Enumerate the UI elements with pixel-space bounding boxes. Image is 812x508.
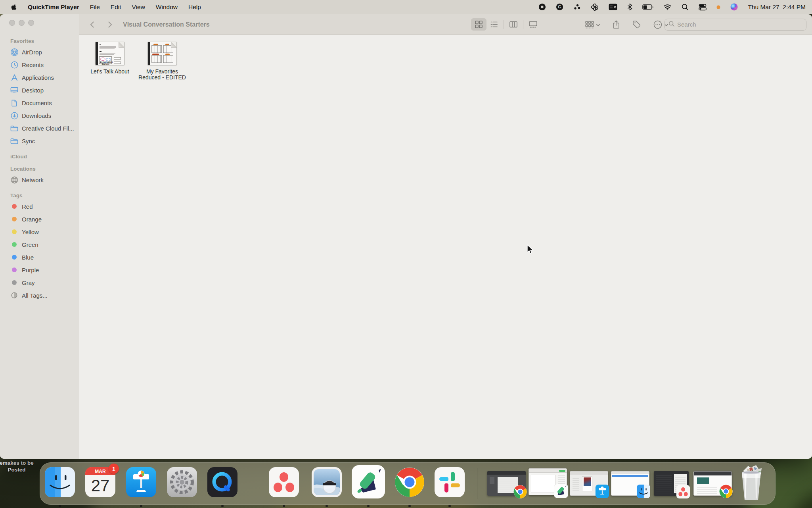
desktop-file-label[interactable]: emakes to be Posted — [0, 460, 40, 473]
list-view-button[interactable] — [486, 18, 502, 31]
battery-icon[interactable] — [642, 3, 653, 11]
notification-badge: 1 — [109, 464, 119, 474]
sidebar-item-documents[interactable]: Documents — [0, 96, 79, 109]
file-my-favorites-reduced[interactable]: My Favorites Reduced - EDITED — [137, 42, 188, 81]
desktop-file-label-line1: emakes to be — [0, 460, 40, 466]
tag-dot-icon — [10, 241, 18, 248]
column-view-button[interactable] — [506, 18, 521, 31]
icon-view-button[interactable] — [471, 18, 486, 31]
minimized-window-keynote[interactable] — [570, 471, 608, 496]
dock-chrome-icon[interactable] — [394, 466, 425, 498]
control-center-icon[interactable] — [699, 3, 707, 11]
sidebar-item-network[interactable]: Network — [0, 173, 79, 186]
bluetooth-icon[interactable] — [627, 3, 632, 11]
dock-finder-icon[interactable] — [44, 466, 76, 498]
sidebar-header-favorites: Favorites — [0, 38, 79, 44]
tag-button[interactable] — [632, 20, 641, 29]
sidebar-item-orange[interactable]: Orange — [0, 213, 79, 225]
dock-asana-icon[interactable] — [268, 466, 300, 498]
sidebar-item-recents[interactable]: Recents — [0, 58, 79, 71]
active-app-name[interactable]: QuickTime Player — [28, 4, 79, 11]
sidebar-item-all-tags[interactable]: All Tags... — [0, 289, 79, 302]
sidebar-item-label: Recents — [22, 62, 44, 68]
sidebar-item-purple[interactable]: Purple — [0, 264, 79, 276]
recording-indicator-dot[interactable] — [716, 3, 720, 11]
document-thumbnail — [147, 42, 177, 65]
menu-help[interactable]: Help — [188, 4, 201, 11]
finder-badge-icon — [636, 484, 651, 498]
wifi-icon[interactable] — [663, 3, 672, 11]
clover-check-icon[interactable] — [591, 3, 599, 11]
sidebar-item-desktop[interactable]: Desktop — [0, 84, 79, 96]
sidebar-item-applications[interactable]: Applications — [0, 71, 79, 84]
share-button[interactable] — [612, 20, 620, 29]
minimized-window-asana[interactable] — [654, 471, 689, 496]
spotlight-icon[interactable] — [682, 3, 689, 11]
sidebar-item-red[interactable]: Red — [0, 200, 79, 213]
dock-system-preferences-icon[interactable] — [166, 466, 198, 498]
sidebar-item-yellow[interactable]: Yellow — [0, 225, 79, 238]
keynote-badge-icon — [595, 484, 609, 498]
menu-bar-clock[interactable]: Thu Mar 27 2:44 PM — [748, 4, 806, 11]
menu-edit[interactable]: Edit — [111, 4, 121, 11]
sidebar-item-blue[interactable]: Blue — [0, 251, 79, 264]
apple-menu-icon[interactable] — [11, 3, 17, 11]
sidebar-item-creative-cloud-fil[interactable]: Creative Cloud Fil... — [0, 122, 79, 135]
menu-file[interactable]: File — [90, 4, 100, 11]
file-lets-talk-about[interactable]: Conversation Starters Let's Talk About — [84, 42, 135, 75]
file-browser-content[interactable]: Conversation Starters Let's Talk About — [80, 35, 812, 459]
record-stop-icon[interactable] — [538, 3, 546, 11]
zoom-button[interactable] — [28, 20, 34, 26]
gallery-view-button[interactable] — [525, 18, 541, 31]
notability-badge-icon — [554, 484, 568, 498]
tag-dot-icon — [10, 253, 18, 261]
minimized-window-notability[interactable] — [529, 468, 567, 495]
dock-quicktime-icon[interactable] — [207, 466, 238, 498]
dock-preview-icon[interactable] — [311, 466, 343, 498]
applications-icon — [10, 73, 18, 81]
calendar-month: MAR — [95, 469, 106, 474]
toolbar-separator — [504, 20, 504, 29]
input-source-icon[interactable] — [609, 3, 617, 11]
sidebar-item-label: Network — [22, 177, 44, 183]
trash-icon[interactable] — [736, 464, 766, 502]
minimized-window-chrome[interactable] — [487, 471, 526, 496]
sidebar-item-sync[interactable]: Sync — [0, 135, 79, 147]
dock-notability-icon[interactable] — [351, 465, 385, 499]
dock-slack-icon[interactable] — [434, 466, 465, 498]
minimize-button[interactable] — [19, 20, 25, 26]
sidebar-section-locations: Locations Network — [0, 166, 79, 186]
minimized-window-finder[interactable] — [611, 471, 649, 496]
sidebar-item-downloads[interactable]: Downloads — [0, 109, 79, 122]
dock-calendar-icon[interactable]: MAR 27 1 — [84, 466, 116, 498]
close-button[interactable] — [9, 20, 15, 26]
sidebar-item-green[interactable]: Green — [0, 238, 79, 251]
sidebar: Favorites AirDrop Recents Applications D… — [0, 14, 79, 459]
forward-button[interactable] — [105, 20, 114, 29]
desktop-file-label-line2: Posted — [0, 466, 40, 473]
sidebar-section-favorites: Favorites AirDrop Recents Applications D… — [0, 38, 79, 147]
menu-view[interactable]: View — [132, 4, 145, 11]
grammarly-icon[interactable]: G — [556, 3, 563, 11]
sidebar-item-gray[interactable]: Gray — [0, 276, 79, 289]
sidebar-header-tags: Tags — [0, 192, 79, 198]
desktop-icon — [10, 86, 18, 94]
document-icon — [10, 99, 18, 107]
sidebar-item-label: Sync — [22, 138, 35, 144]
minimized-window-chrome-2[interactable] — [693, 471, 732, 496]
airdrop-icon — [10, 48, 18, 56]
chrome-badge-icon — [513, 485, 527, 499]
calendar-day: 27 — [91, 476, 110, 495]
back-button[interactable] — [88, 20, 97, 29]
siri-icon[interactable] — [730, 3, 738, 11]
toolbar-actions — [585, 20, 668, 29]
search-input[interactable] — [677, 21, 802, 28]
search-field[interactable] — [665, 19, 806, 31]
dock-keynote-icon[interactable] — [125, 466, 157, 498]
globe-icon — [10, 176, 18, 184]
asana-dots-icon[interactable] — [573, 3, 581, 11]
chrome-badge-icon — [719, 484, 733, 498]
menu-window[interactable]: Window — [156, 4, 178, 11]
sidebar-item-airdrop[interactable]: AirDrop — [0, 46, 79, 58]
group-button[interactable] — [585, 20, 600, 29]
